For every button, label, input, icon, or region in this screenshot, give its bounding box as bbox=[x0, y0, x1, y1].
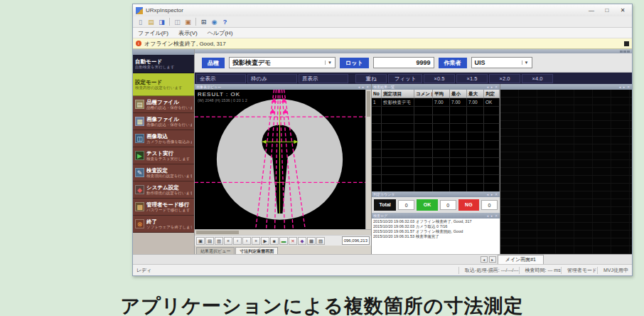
sidebar-item-image-capture[interactable]: ◫画像取込カメラから画像を取込みます bbox=[133, 130, 194, 147]
viewer-horizontal-scrollbar[interactable] bbox=[195, 229, 371, 235]
sidebar-item-inspection-settings[interactable]: ✎検査設定検査項目の設定を行います bbox=[133, 164, 194, 181]
play-icon[interactable]: ▶ bbox=[261, 237, 269, 245]
close-button[interactable]: ✕ bbox=[615, 5, 630, 16]
first-frame-icon[interactable]: « bbox=[224, 237, 232, 245]
sidebar-item-product-file[interactable]: ▤品種ファイル品種の読込・保存を行います bbox=[133, 96, 194, 113]
layers-icon[interactable]: ▤ bbox=[205, 237, 214, 245]
camera-icon[interactable]: ◉ bbox=[210, 18, 219, 26]
sidebar-item-admin-mode[interactable]: ▩管理者モード移行パスワードで移行します bbox=[133, 199, 194, 216]
sidebar-item-system-settings[interactable]: ◆システム設定動作環境の設定を行います bbox=[133, 181, 194, 199]
kind-select[interactable]: 投影検査デモ ▼ bbox=[229, 57, 336, 68]
view-button[interactable]: ×4.0 bbox=[522, 74, 553, 83]
lot-input[interactable]: 9999 bbox=[373, 57, 434, 68]
panel-close-icon[interactable]: ✕ bbox=[494, 213, 498, 218]
tab-scroll-left-icon[interactable]: ◂ bbox=[481, 256, 488, 263]
next-frame-icon[interactable]: › bbox=[242, 237, 251, 245]
view-button[interactable]: ×2.0 bbox=[489, 74, 520, 83]
minimize-button[interactable]: — bbox=[584, 5, 599, 16]
new-icon[interactable]: ▯ bbox=[136, 18, 145, 26]
table-row[interactable] bbox=[372, 132, 500, 141]
view-button[interactable]: 原表示 bbox=[299, 74, 348, 83]
sidebar-item-test-run[interactable]: ▶テスト実行検査をテスト実行します bbox=[133, 147, 194, 164]
open-icon[interactable]: ▤ bbox=[146, 18, 156, 26]
view-button[interactable]: ×0.5 bbox=[424, 74, 455, 83]
log-line: 2015/10/20 19:06:31.57 オフライン検査開始, Good bbox=[373, 229, 498, 234]
paste-icon[interactable]: ▣ bbox=[183, 18, 193, 26]
log-line: 2015/10/20 19:06:32.03 カメラ取込 0 7/16 bbox=[373, 224, 498, 229]
shape-icon[interactable]: ◆ bbox=[298, 237, 306, 245]
panel-close-icon[interactable]: ✕ bbox=[365, 84, 370, 90]
view-button[interactable]: フィット bbox=[388, 74, 422, 83]
prev-frame-icon[interactable]: ‹ bbox=[233, 237, 242, 245]
table-row[interactable] bbox=[372, 167, 500, 175]
viewer-tab-0[interactable]: 結果選択ビュー bbox=[196, 247, 235, 254]
last-frame-icon[interactable]: » bbox=[252, 237, 260, 245]
grid-icon[interactable]: ▦ bbox=[307, 237, 316, 245]
operator-select[interactable]: UIS ▼ bbox=[471, 57, 532, 68]
table-row[interactable] bbox=[372, 115, 500, 124]
results-panel: 検査結果一覧 ◂ ▸ ✕ No測定項目コメント平均最小最大判定 1投影検査デモ7… bbox=[372, 84, 500, 254]
ng-counter-button[interactable]: NG bbox=[458, 199, 480, 211]
table-cell bbox=[382, 167, 414, 174]
tab-scroll-right-icon[interactable]: ▸ bbox=[489, 256, 496, 263]
menu-item[interactable]: ヘルプ(H) bbox=[203, 29, 238, 37]
viewer-tab-1[interactable]: 寸法判定重畳画面 bbox=[235, 247, 278, 254]
table-row[interactable] bbox=[372, 124, 500, 132]
sidebar-item-text: 設定モード検査内容の設定を行います bbox=[135, 79, 183, 90]
inspection-log[interactable]: 2015/10/20 19:06:32.03 オフライン検査終了, Good, … bbox=[372, 218, 500, 254]
profile-icon[interactable]: ▧ bbox=[316, 237, 325, 245]
view-button[interactable]: 全表示 bbox=[196, 74, 246, 83]
print-icon[interactable]: ⊞ bbox=[199, 18, 208, 26]
sidebar-item-exit[interactable]: ⊗終了ソフトウェアを終了します bbox=[133, 216, 194, 233]
tab-main-screen[interactable]: メイン画面#1 bbox=[498, 255, 544, 264]
marker-icon[interactable]: ▬ bbox=[279, 237, 288, 245]
menu-item[interactable]: ファイル(F) bbox=[133, 29, 173, 37]
sidebar-item-setting-mode[interactable]: 設定モード検査内容の設定を行います bbox=[133, 73, 194, 96]
view-button[interactable]: 枠のみ bbox=[247, 74, 297, 83]
viewer-vertical-scrollbar[interactable] bbox=[365, 90, 371, 229]
table-row[interactable] bbox=[372, 175, 500, 184]
viewer-tabs: 結果選択ビュー寸法判定重畳画面 bbox=[195, 246, 371, 254]
stop-icon[interactable]: ■ bbox=[270, 237, 279, 245]
view-button[interactable]: ×1.5 bbox=[456, 74, 488, 83]
panel-close-icon[interactable]: ✕ bbox=[626, 84, 630, 90]
table-cell bbox=[382, 132, 414, 140]
rows-icon[interactable]: ▥ bbox=[215, 237, 223, 245]
view-toolbar: 全表示枠のみ原表示重ねフィット×0.5×1.5×2.0×4.0 bbox=[195, 73, 632, 84]
menu-bar: ファイル(F)表示(V)ヘルプ(H) bbox=[133, 28, 632, 38]
sidebar-item-image-file[interactable]: ▦画像ファイル画像の読込・保存を行います bbox=[133, 113, 194, 130]
table-row[interactable] bbox=[372, 158, 500, 167]
table-row[interactable] bbox=[372, 107, 500, 115]
total-counter-button[interactable]: Total bbox=[374, 199, 396, 211]
table-cell bbox=[433, 107, 450, 115]
table-cell bbox=[372, 184, 382, 191]
delete-icon[interactable]: ✕ bbox=[289, 237, 297, 245]
table-cell bbox=[450, 158, 467, 166]
table-row[interactable]: 1投影検査デモ7.007.007.00OK bbox=[372, 98, 500, 107]
panel-close-icon[interactable]: ✕ bbox=[494, 84, 498, 90]
maximize-button[interactable]: □ bbox=[599, 5, 615, 16]
sub-view-area[interactable] bbox=[500, 90, 632, 254]
log-panel-title: 検査ログ bbox=[373, 213, 485, 218]
copy-icon[interactable]: ◫ bbox=[173, 18, 182, 26]
admin-mode-icon: ▩ bbox=[135, 202, 144, 211]
view-button[interactable]: 重ね bbox=[355, 74, 387, 83]
table-cell bbox=[414, 141, 433, 149]
save-icon[interactable]: ◨ bbox=[157, 18, 166, 26]
table-row[interactable] bbox=[372, 141, 500, 149]
table-cell bbox=[433, 175, 450, 183]
image-info-text: (W) 2048 (H) 1536 | 0 20 1 2 bbox=[198, 98, 247, 102]
table-cell bbox=[484, 115, 500, 123]
image-viewer[interactable]: RESULT : OK (W) 2048 (H) 1536 | 0 20 1 2 bbox=[195, 90, 365, 229]
table-row[interactable] bbox=[372, 184, 500, 191]
panel-close-icon[interactable]: ✕ bbox=[494, 191, 498, 197]
help-icon[interactable]: ? bbox=[220, 18, 230, 26]
table-cell bbox=[382, 184, 414, 191]
table-cell bbox=[382, 124, 414, 132]
sidebar-item-subtitle: カメラから画像を取込みます bbox=[146, 139, 192, 144]
ok-counter-button[interactable]: OK bbox=[417, 199, 438, 211]
sidebar-item-auto-mode[interactable]: 自動モード自動検査を実行します bbox=[133, 55, 194, 73]
table-row[interactable] bbox=[372, 149, 500, 158]
menu-item[interactable]: 表示(V) bbox=[173, 29, 203, 37]
select-icon[interactable]: ▣ bbox=[196, 237, 205, 245]
